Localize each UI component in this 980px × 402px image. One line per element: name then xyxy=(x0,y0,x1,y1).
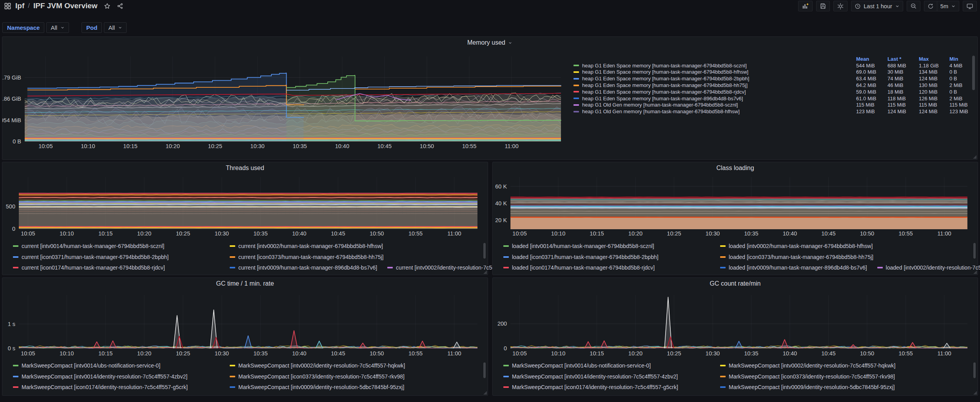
save-dashboard-button[interactable] xyxy=(816,1,830,11)
legend-item[interactable]: MarkSweepCompact [intv0002/identity-reso… xyxy=(720,362,895,369)
legend-item[interactable]: current [icon0174/human-task-manager-679… xyxy=(13,264,220,271)
legend-item[interactable]: loaded [icon0373/human-task-manager-6794… xyxy=(720,254,873,260)
legend-scrollbar[interactable] xyxy=(972,56,975,90)
legend-row: current [intv0014/human-task-manager-679… xyxy=(13,243,476,249)
series-color-swatch xyxy=(877,267,883,268)
panel-resize-handle[interactable] xyxy=(483,391,487,395)
threads-panel-title[interactable]: Threads used xyxy=(2,162,488,174)
svg-text:10:55: 10:55 xyxy=(462,143,476,149)
legend-item[interactable]: MarkSweepCompact [intv0009/identity-reso… xyxy=(230,384,404,390)
legend-col-min[interactable]: Min xyxy=(949,56,974,62)
legend-item[interactable]: heap G1 Eden Space memory [human-task-ma… xyxy=(573,96,856,101)
legend-item[interactable]: current [icon0373/human-task-manager-679… xyxy=(230,254,383,260)
series-color-swatch xyxy=(720,386,726,388)
svg-text:10:55: 10:55 xyxy=(408,350,423,357)
svg-text:10:25: 10:25 xyxy=(208,143,222,149)
stat-max: 134 MiB xyxy=(919,69,949,75)
svg-text:10:15: 10:15 xyxy=(98,350,113,357)
legend-col-max[interactable]: Max xyxy=(919,56,949,62)
svg-text:10:15: 10:15 xyxy=(590,350,604,357)
legend-item[interactable]: MarkSweepCompact [icon0174/identity-reso… xyxy=(503,384,710,390)
legend-item[interactable]: MarkSweepCompact [icon0373/identity-reso… xyxy=(720,373,895,380)
legend-item[interactable]: MarkSweepCompact [intv0014/identity-reso… xyxy=(503,373,710,380)
table-row: heap G1 Old Gen memory [human-task-manag… xyxy=(573,102,974,109)
svg-text:10:50: 10:50 xyxy=(860,230,874,237)
refresh-interval-label: 5m xyxy=(940,3,948,9)
gc-time-chart[interactable]: 0 s1 s10:0510:1010:1510:2010:2510:3010:3… xyxy=(2,290,490,357)
panel-resize-handle[interactable] xyxy=(483,270,487,274)
refresh-interval-dropdown[interactable]: 5m xyxy=(937,1,959,11)
add-panel-button[interactable] xyxy=(798,1,813,11)
svg-text:10:20: 10:20 xyxy=(137,350,151,357)
legend-item[interactable]: current [icon0371/human-task-manager-679… xyxy=(13,254,220,260)
legend-scrollbar[interactable] xyxy=(973,243,976,259)
stat-mean: 544 MiB xyxy=(856,63,887,69)
legend-item[interactable]: current [intv0014/human-task-manager-679… xyxy=(13,243,220,249)
series-color-swatch xyxy=(13,256,18,258)
svg-text:500: 500 xyxy=(6,203,15,210)
legend-item[interactable]: loaded [intv0014/human-task-manager-6794… xyxy=(503,243,710,249)
legend-item[interactable]: MarkSweepCompact [intv0014/ubs-notificat… xyxy=(13,362,220,369)
gc-count-chart[interactable]: 020010:0510:1010:1510:2010:2510:3010:351… xyxy=(493,290,980,357)
zoom-out-button[interactable] xyxy=(907,1,920,11)
class-panel-title[interactable]: Class loading xyxy=(493,162,978,174)
panel-resize-handle[interactable] xyxy=(973,155,976,159)
star-icon[interactable] xyxy=(104,3,111,9)
pod-filter-label: Pod xyxy=(82,22,102,33)
gc-count-panel-title[interactable]: GC count rate/min xyxy=(493,278,978,290)
share-icon[interactable] xyxy=(117,3,123,9)
legend-item[interactable]: heap G1 Eden Space memory [human-task-ma… xyxy=(573,82,856,88)
legend-item[interactable]: MarkSweepCompact [intv0014/ubs-notificat… xyxy=(503,362,710,369)
legend-item[interactable]: heap G1 Old Gen memory [human-task-manag… xyxy=(573,109,856,114)
legend-scrollbar[interactable] xyxy=(973,362,976,378)
legend-item[interactable]: loaded [intv0002/identity-resolution-7c5… xyxy=(877,264,980,271)
svg-text:10:05: 10:05 xyxy=(38,143,53,149)
legend-col-mean[interactable]: Mean xyxy=(856,56,887,62)
legend-item[interactable]: heap G1 Eden Space memory [human-task-ma… xyxy=(573,69,856,75)
namespace-filter-dropdown[interactable]: All xyxy=(46,22,69,33)
svg-text:10:30: 10:30 xyxy=(706,350,720,357)
svg-text:0: 0 xyxy=(504,345,507,351)
legend-item[interactable]: current [intv0002/human-task-manager-679… xyxy=(230,243,383,249)
class-loading-chart[interactable]: 20 K40 K60 K10:0510:1010:1510:2010:2510:… xyxy=(493,174,980,237)
series-color-swatch xyxy=(573,111,579,112)
series-color-swatch xyxy=(720,267,726,268)
legend-item[interactable]: loaded [icon0174/human-task-manager-6794… xyxy=(503,264,710,271)
memory-chart[interactable]: 0 B954 MiB1.86 GiB2.79 GiB10:0510:1010:1… xyxy=(2,49,571,151)
apps-grid-icon[interactable] xyxy=(4,2,11,10)
legend-item[interactable]: MarkSweepCompact [intv0009/identity-reso… xyxy=(720,384,895,390)
legend-item[interactable]: MarkSweepCompact [icon0174/identity-reso… xyxy=(13,384,220,390)
legend-item[interactable]: heap G1 Old Gen memory [human-task-manag… xyxy=(573,102,856,108)
cycle-view-button[interactable] xyxy=(963,1,977,11)
legend-item[interactable]: heap G1 Eden Space memory [human-task-ma… xyxy=(573,76,856,81)
breadcrumb-folder[interactable]: Ipf xyxy=(15,2,24,10)
threads-chart[interactable]: 050010:0510:1010:1510:2010:2510:3010:351… xyxy=(2,174,490,237)
memory-panel-title[interactable]: Memory used xyxy=(2,37,977,49)
legend-col-last[interactable]: Last * xyxy=(887,56,919,62)
legend-item[interactable]: heap G1 Eden Space memory [human-task-ma… xyxy=(573,89,856,95)
legend-item[interactable]: MarkSweepCompact [intv0014/identity-reso… xyxy=(13,373,220,380)
series-label: heap G1 Eden Space memory [human-task-ma… xyxy=(582,63,747,69)
legend-item[interactable]: loaded [intv0009/human-task-manager-896d… xyxy=(720,264,867,271)
legend-item[interactable]: loaded [icon0371/human-task-manager-6794… xyxy=(503,254,710,260)
legend-scrollbar[interactable] xyxy=(483,362,486,378)
refresh-button[interactable] xyxy=(924,1,937,11)
threads-used-panel: Threads used 050010:0510:1010:1510:2010:… xyxy=(2,162,488,275)
stat-min: 0 B xyxy=(949,76,974,81)
time-range-picker[interactable]: Last 1 hour xyxy=(851,1,903,11)
dashboard-settings-button[interactable] xyxy=(833,1,848,11)
legend-scrollbar[interactable] xyxy=(483,243,486,259)
gc-time-panel-title-text: GC time / 1 min. rate xyxy=(216,280,274,287)
pod-filter-dropdown[interactable]: All xyxy=(104,22,127,33)
panel-resize-handle[interactable] xyxy=(973,391,977,395)
series-label: current [intv0014/human-task-manager-679… xyxy=(22,243,164,249)
legend-item[interactable]: MarkSweepCompact [icon0373/identity-reso… xyxy=(230,373,405,380)
legend-item[interactable]: heap G1 Eden Space memory [human-task-ma… xyxy=(573,63,856,69)
legend-item[interactable]: current [intv0009/human-task-manager-896… xyxy=(230,264,377,271)
gc-time-panel-title[interactable]: GC time / 1 min. rate xyxy=(2,278,488,290)
legend-item[interactable]: MarkSweepCompact [intv0002/identity-reso… xyxy=(230,362,405,369)
svg-text:10:50: 10:50 xyxy=(370,230,384,237)
legend-item[interactable]: loaded [intv0002/human-task-manager-6794… xyxy=(720,243,873,249)
svg-text:10:50: 10:50 xyxy=(860,350,874,357)
panel-resize-handle[interactable] xyxy=(973,270,977,274)
